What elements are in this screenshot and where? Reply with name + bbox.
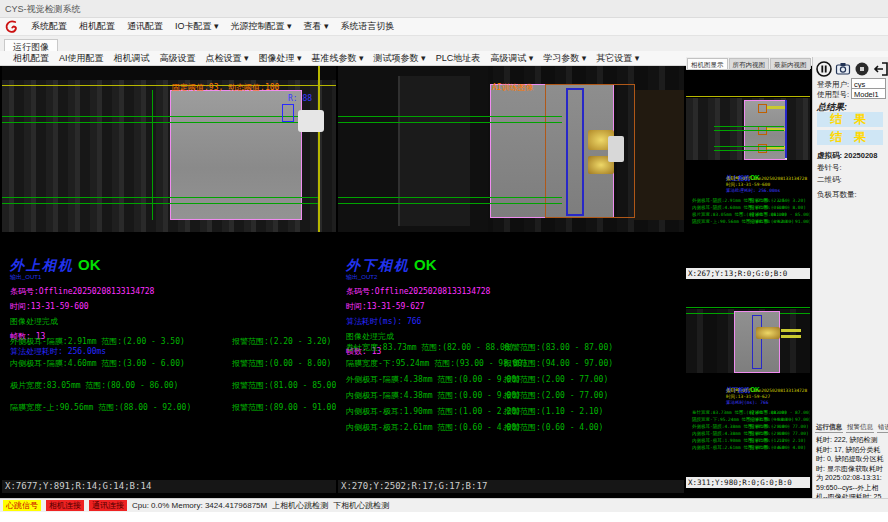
blue-marker-box — [282, 104, 294, 122]
toolbar-item[interactable]: PLC地址表 — [431, 51, 486, 66]
side-panel: 登录用户: cys 使用型号: Model1 总结果: 结 果 结 果 虚拟码:… — [812, 57, 888, 512]
toolbar-item[interactable]: 图像处理 ▾ — [254, 51, 307, 66]
small-view-lower[interactable]: 外下相机OK 条码号:Offline20250208133134728 时间:1… — [686, 281, 810, 477]
measurement-value: 内侧极耳-极耳:2.61mm 范围:(0.60 - 4.00) — [692, 445, 750, 450]
camera-view-upper[interactable]: 固定阈值:93, 动态阈值:100 R: 88 外上相机OK 输出_OUT1 条… — [2, 66, 336, 498]
measurement-value: 外侧极耳-隔膜:4.38mm 范围:(0.00 - 9.00) — [346, 374, 504, 385]
menu-bar: 系统配置相机配置通讯配置IO卡配置 ▾光源控制配置 ▾查看 ▾系统语言切换 — [0, 18, 888, 36]
menu-item[interactable]: IO卡配置 ▾ — [169, 18, 225, 35]
green-guide-line — [338, 197, 562, 198]
alarm-range: 报警范围:(1.10 - 2.10) — [750, 438, 808, 443]
scene-top-band — [2, 66, 336, 80]
measurement-value: 外侧极耳-隔膜:4.38mm 范围:(0.00 - 9.00) — [692, 424, 750, 429]
toolbar-item[interactable]: 学习参数 ▾ — [538, 51, 591, 66]
measurement-row: 隔膜宽度-下:95.24mm 范围:(93.00 - 98.00)报警范围:(9… — [346, 358, 682, 369]
green-guide-line — [714, 130, 784, 131]
alarm-range: 报警范围:(81.00 - 85.00) — [750, 212, 810, 217]
alarm-range: 报警范围:(0.00 - 8.00) — [232, 358, 334, 369]
measurement-row: 内侧极耳-隔膜:4.60mm 范围:(3.00 - 6.00)报警范围:(0.0… — [692, 205, 808, 210]
mini-measurements: 外侧极耳-隔膜:2.91mm 范围:(2.00 - 3.50)报警范围:(2.2… — [692, 198, 808, 226]
menu-item[interactable]: 查看 ▾ — [298, 18, 335, 35]
result-box-upper: 结 果 — [817, 112, 883, 127]
alarm-range: 报警范围:(89.00 - 91.00) — [750, 219, 810, 224]
tiny-label-mark — [767, 106, 785, 109]
blue-edge-line — [785, 100, 787, 158]
comm-connect-indicator: 通讯连接 — [89, 500, 127, 511]
measurement-value: 外侧极耳-隔膜:2.91mm 范围:(2.00 - 3.50) — [10, 336, 232, 347]
measurement-row: 内侧极耳-隔膜:4.60mm 范围:(3.00 - 6.00)报警范围:(0.0… — [10, 358, 334, 369]
settings-button[interactable] — [854, 61, 870, 77]
coord-status-small-lower: X:311;Y:980;R:0;G:0;B:0 — [686, 477, 810, 488]
time-line: 时间:13-31-59-627 — [346, 301, 490, 312]
alarm-range: 报警范围:(2.00 - 77.00) — [750, 424, 809, 429]
tab-alarm-info[interactable]: 报警信息 — [846, 423, 874, 433]
menu-item[interactable]: 光源控制配置 ▾ — [225, 18, 298, 35]
pause-button[interactable] — [816, 61, 832, 77]
app-window: CYS-视觉检测系统 系统配置相机配置通讯配置IO卡配置 ▾光源控制配置 ▾查看… — [0, 0, 888, 522]
toolbar-item[interactable]: 高级调试 ▾ — [485, 51, 538, 66]
green-guide-line — [714, 150, 784, 151]
tab-camera-display[interactable]: 相机图显示 — [687, 58, 728, 69]
mini-algo-time: 算法耗时(ms): 766 — [726, 400, 768, 405]
measurement-value: 内侧极耳-极耳:1.90mm 范围:(1.00 - 2.20) — [692, 438, 750, 443]
tab-error-info[interactable]: 错误信息 — [877, 423, 888, 433]
menu-item[interactable]: 通讯配置 — [121, 18, 169, 35]
menu-item[interactable]: 相机配置 — [73, 18, 121, 35]
alarm-range: 报警范围:(0.00 - 8.00) — [750, 205, 808, 210]
algo-time-line: 算法耗时(ms): 766 — [346, 316, 490, 327]
model-field[interactable]: Model1 — [851, 88, 886, 99]
mini-measurements: 卷针宽度:83.73mm 范围:(82.00 - 88.00)报警范围:(83.… — [692, 410, 808, 452]
result-box-lower: 结 果 — [817, 130, 883, 145]
tiny-label-mark — [781, 335, 801, 338]
window-titlebar: CYS-视觉检测系统 — [0, 0, 888, 18]
panel-buttons — [816, 61, 888, 77]
menu-item[interactable]: 系统语言切换 — [335, 18, 401, 35]
snapshot-button[interactable] — [835, 61, 851, 77]
measurement-value: 隔膜宽度-上:90.56mm 范围:(88.00 - 92.00) — [692, 219, 750, 224]
alarm-range: 报警范围:(0.60 - 4.00) — [504, 422, 682, 433]
measurement-value: 内侧极耳-极耳:1.90mm 范围:(1.00 - 2.20) — [346, 406, 504, 417]
tab-all-views[interactable]: 所有内视图 — [729, 58, 770, 69]
alarm-range: 报警范围:(1.10 - 2.10) — [504, 406, 682, 417]
green-guide-line — [2, 116, 318, 117]
status-bar: 心跳信号 相机连接 通讯连接 Cpu: 0.0% Memory: 3424.41… — [0, 498, 888, 512]
measurement-value: 极片宽度:83.05mm 范围:(80.00 - 86.00) — [10, 380, 232, 391]
menu-item[interactable]: 系统配置 — [25, 18, 73, 35]
alarm-range: 报警范围:(83.00 - 87.00) — [750, 410, 810, 415]
toolbar-item[interactable]: 相机配置 — [8, 51, 54, 66]
measurement-row: 卷针宽度:83.73mm 范围:(82.00 - 88.00)报警范围:(83.… — [692, 410, 808, 415]
measurement-row: 外侧极耳-隔膜:2.91mm 范围:(2.00 - 3.50)报警范围:(2.2… — [10, 336, 334, 347]
measurement-list-lower: 卷针宽度:83.73mm 范围:(82.00 - 88.00)报警范围:(83.… — [346, 342, 682, 438]
toolbar-item[interactable]: AI使用配置 — [54, 51, 109, 66]
tab-latest-views[interactable]: 最新内视图 — [770, 58, 811, 69]
measurement-row: 外侧极耳-隔膜:4.38mm 范围:(0.00 - 9.00)报警范围:(2.0… — [692, 424, 808, 429]
alarm-range: 报警范围:(2.20 - 3.20) — [750, 198, 808, 203]
measurement-row: 隔膜宽度-上:90.56mm 范围:(88.00 - 92.00)报警范围:(8… — [10, 402, 334, 413]
logout-button[interactable] — [873, 61, 888, 77]
app-logo-icon — [4, 19, 19, 34]
process-done-line: 图像处理完成 — [10, 316, 154, 327]
tab-run-info[interactable]: 运行信息 — [815, 423, 843, 433]
toolbar-item[interactable]: 基准线参数 ▾ — [307, 51, 369, 66]
toolbar-item[interactable]: 测试项参数 ▾ — [369, 51, 431, 66]
mini-time: 时间:13-31-59-627 — [726, 394, 770, 399]
toolbar-item[interactable]: 相机调试 — [109, 51, 155, 66]
measurement-value: 内侧极耳-极耳:2.61mm 范围:(0.60 - 4.00) — [346, 422, 504, 433]
camera-connect-indicator: 相机连接 — [46, 500, 84, 511]
camera-name: 外下相机 — [346, 257, 410, 273]
barcode-line: 条码号:Offline20250208133134728 — [346, 286, 490, 297]
toolbar-item[interactable]: 高级设置 — [155, 51, 201, 66]
camera-view-lower[interactable]: AI训练图像 外下相机OK 输出_OUT2 条码号:Offline2025020… — [338, 66, 684, 498]
green-guide-line — [2, 122, 318, 123]
alarm-range: 报警范围:(2.00 - 77.00) — [504, 390, 682, 401]
toolbar-item[interactable]: 点检设置 ▾ — [201, 51, 254, 66]
qr-code-label: 二维码: — [817, 175, 842, 185]
white-connector — [608, 136, 624, 162]
green-guide-line — [714, 126, 784, 127]
toolbar-item[interactable]: 其它设置 ▾ — [591, 51, 644, 66]
small-view-upper[interactable]: 外上相机OK 条码号:Offline20250208133134728 时间:1… — [686, 70, 810, 268]
toolbar-items: 相机配置AI使用配置相机调试高级设置点检设置 ▾图像处理 ▾基准线参数 ▾测试项… — [8, 51, 644, 66]
camera-name: 外上相机 — [10, 257, 74, 273]
measurement-list-upper: 外侧极耳-隔膜:2.91mm 范围:(2.00 - 3.50)报警范围:(2.2… — [10, 336, 334, 424]
barcode-line: 条码号:Offline20250208133134728 — [10, 286, 154, 297]
